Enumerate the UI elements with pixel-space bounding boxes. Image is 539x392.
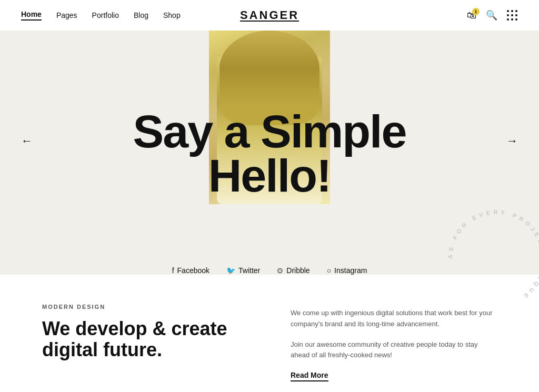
- facebook-label: Facebook: [177, 266, 209, 275]
- dot: [507, 18, 509, 21]
- navigation: Home Pages Portfolio Blog Shop SANGER 🛍 …: [0, 0, 539, 31]
- cart-button[interactable]: 🛍 1: [467, 10, 476, 21]
- dot: [511, 10, 513, 12]
- nav-blog[interactable]: Blog: [134, 11, 148, 19]
- dot: [511, 14, 513, 16]
- dot: [507, 14, 509, 16]
- twitter-label: Twitter: [238, 266, 260, 275]
- dot: [507, 10, 509, 12]
- section-tag: MODERN DESIGN: [42, 304, 248, 310]
- hero-inner: Say a Simple Hello!: [21, 31, 518, 204]
- nav-home[interactable]: Home: [21, 10, 42, 21]
- search-button[interactable]: 🔍: [486, 9, 497, 21]
- dot: [511, 18, 513, 21]
- nav-shop[interactable]: Shop: [163, 11, 181, 19]
- facebook-link[interactable]: f Facebook: [172, 266, 209, 275]
- facebook-icon: f: [172, 266, 174, 275]
- twitter-link[interactable]: 🐦 Twitter: [226, 266, 260, 275]
- instagram-icon: ○: [327, 266, 331, 275]
- hero-section: ← → Say a Simple Hello! f Facebook 🐦 Twi…: [0, 31, 539, 275]
- hero-prev-button[interactable]: ←: [21, 134, 33, 148]
- instagram-link[interactable]: ○ Instagram: [327, 266, 367, 275]
- dribble-label: Dribble: [286, 266, 310, 275]
- hero-image: [209, 31, 330, 204]
- site-logo[interactable]: SANGER: [240, 8, 299, 22]
- dot: [515, 14, 517, 16]
- section-title: We develop & create digital future.: [42, 318, 248, 360]
- read-more-link[interactable]: Read More: [291, 371, 328, 381]
- dot: [515, 10, 517, 12]
- dribble-icon: ⊙: [277, 266, 283, 275]
- instagram-label: Instagram: [334, 266, 367, 275]
- bottom-right: We come up with ingenious digital soluti…: [291, 304, 497, 381]
- nav-pages[interactable]: Pages: [56, 11, 77, 19]
- menu-grid-button[interactable]: [507, 10, 518, 21]
- description-2: Join our awesome community of creative p…: [291, 339, 497, 361]
- social-bar: f Facebook 🐦 Twitter ⊙ Dribble ○ Instagr…: [0, 252, 539, 275]
- nav-actions: 🛍 1 🔍: [467, 9, 518, 21]
- hero-next-button[interactable]: →: [506, 134, 518, 148]
- cart-badge: 1: [472, 8, 480, 15]
- nav-portfolio[interactable]: Portfolio: [92, 11, 119, 19]
- dot: [515, 18, 517, 21]
- bottom-section: MODERN DESIGN We develop & create digita…: [0, 275, 539, 392]
- twitter-icon: 🐦: [226, 266, 235, 275]
- description-1: We come up with ingenious digital soluti…: [291, 308, 497, 330]
- bottom-left: MODERN DESIGN We develop & create digita…: [42, 304, 248, 360]
- nav-links: Home Pages Portfolio Blog Shop: [21, 10, 181, 21]
- hero-content-area: ← → Say a Simple Hello!: [0, 31, 539, 252]
- dribble-link[interactable]: ⊙ Dribble: [277, 266, 310, 275]
